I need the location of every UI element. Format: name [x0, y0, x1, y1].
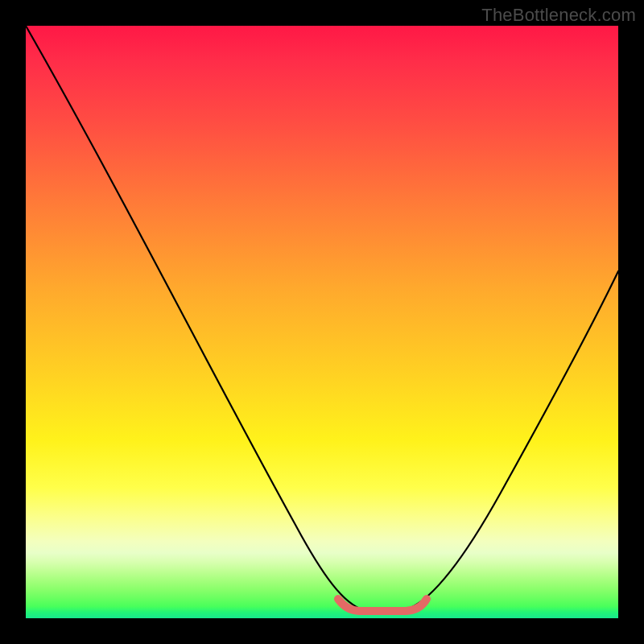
chart-frame: TheBottleneck.com	[0, 0, 644, 644]
bottleneck-curve	[26, 26, 618, 610]
chart-curve-layer	[26, 26, 618, 618]
watermark-text: TheBottleneck.com	[481, 5, 636, 26]
flat-region-marker	[338, 599, 427, 611]
